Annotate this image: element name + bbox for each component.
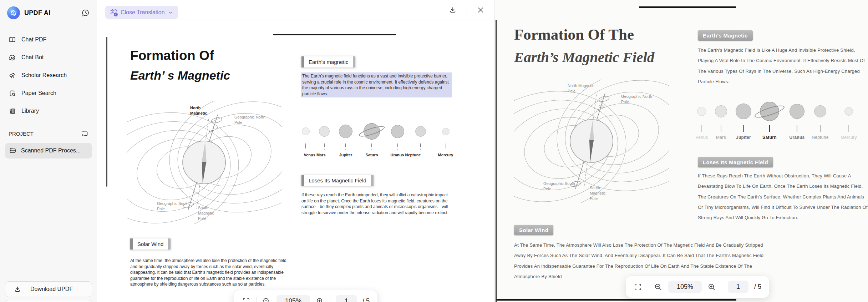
fit-page-button[interactable]: [634, 283, 642, 291]
fit-page-button[interactable]: [242, 297, 250, 302]
page-scroll-indicator[interactable]: [106, 37, 107, 187]
tick: [769, 125, 770, 132]
project-label: PROJECT: [9, 131, 34, 137]
download-translation-button[interactable]: [448, 5, 457, 15]
zoom-in-button[interactable]: [316, 297, 324, 302]
planet-label: Uranus: [789, 135, 804, 140]
tick: [345, 144, 346, 147]
tick: [397, 144, 398, 147]
updf-app-window: UPDF AI Chat PDF: [0, 0, 868, 302]
planet-label: Mercury: [841, 135, 857, 140]
zoom-in-icon: [707, 283, 716, 291]
tag-bar: [301, 56, 304, 67]
close-panel-button[interactable]: [476, 6, 485, 14]
planet-neptune: [415, 126, 426, 137]
planet-mercury: [442, 128, 450, 135]
tick: [721, 125, 721, 132]
paragraph-solar-wind: At the same time, the atmosphere will al…: [130, 258, 293, 287]
planet-saturn: [760, 102, 779, 121]
zoom-in-button[interactable]: [707, 283, 716, 291]
geographic-south-pole-label: Geographic South Pole: [543, 181, 575, 192]
scan-edge-artifact: [497, 299, 736, 301]
close-translation-button[interactable]: 文✓ Close Translation: [105, 6, 178, 19]
sidebar-item-label: Paper Search: [21, 90, 56, 96]
toolbar-divider: [648, 283, 648, 291]
north-magnetic-pole-label: North Magnetic Pole: [568, 83, 601, 94]
topbar-actions: [448, 0, 494, 20]
secondary-button-partial: [5, 300, 92, 302]
planet-label: Mercury: [438, 153, 453, 157]
project-item-scanned-pdf[interactable]: Scanned PDF Proces...: [5, 143, 92, 158]
magnetic-field-diagram: North Magnetic Pole Geographic North Pol…: [514, 80, 669, 203]
app-title: UPDF AI: [24, 9, 50, 17]
chevron-down-icon: [168, 10, 173, 15]
geographic-north-pole-label: Geographic North Pole: [621, 94, 653, 105]
paper-search-icon: [9, 90, 16, 97]
section-tag-earths-magnetic: Earth's Magnetic: [698, 30, 753, 41]
planet-label: Venus Mars: [304, 153, 325, 157]
planet-uranus: [790, 104, 804, 119]
planet-jupiter: [339, 125, 352, 138]
page-number-input[interactable]: 1: [336, 295, 357, 302]
tag-bar: [130, 238, 133, 250]
tick: [701, 125, 702, 132]
paragraph-earths-magnetic: The Earth's magnetic field functions as …: [301, 72, 452, 97]
tick: [324, 149, 325, 150]
planet-label: Jupiter: [736, 135, 751, 140]
tag-text: Loses Its Magnetic Field: [304, 175, 371, 186]
doc-title-line1: Formation Of: [130, 48, 214, 63]
zoom-out-button[interactable]: [654, 283, 663, 291]
section-tag-loses-field: Loses Its Magnetic Field: [301, 175, 374, 186]
sidebar-item-library[interactable]: Library: [0, 102, 97, 120]
fit-page-icon: [242, 297, 250, 302]
tag-bar: [168, 238, 171, 250]
planet-mars: [715, 105, 727, 117]
zoom-level[interactable]: 105%: [668, 281, 702, 293]
sidebar-divider: [6, 122, 91, 122]
tick: [797, 125, 797, 132]
tag-bar: [371, 175, 374, 186]
download-updf-button[interactable]: Download UPDF: [5, 281, 92, 297]
planet-label: Jupiter: [339, 153, 352, 157]
doc-title-line1: Formation Of The: [514, 26, 634, 43]
planet-label: Saturn: [762, 135, 777, 140]
axis-angle-label: 1.5: [212, 125, 218, 130]
sidebar-item-paper-search[interactable]: Paper Search: [0, 84, 97, 102]
tick: [420, 144, 421, 147]
zoom-level[interactable]: 105%: [276, 295, 310, 302]
add-project-folder-icon[interactable]: [81, 130, 88, 137]
zoom-out-button[interactable]: [262, 297, 271, 302]
original-document-pane: 文✓ Close Translation: [97, 0, 494, 302]
sidebar: UPDF AI Chat PDF: [0, 0, 97, 302]
download-icon: [14, 286, 21, 293]
download-updf-label: Download UPDF: [30, 286, 73, 292]
close-icon: [477, 6, 484, 14]
chat-pdf-icon: [9, 36, 16, 44]
south-magnetic-pole-label: South Magnetic Pole: [198, 205, 220, 221]
page-number-input[interactable]: 1: [728, 281, 748, 293]
sidebar-item-label: Scholar Research: [21, 72, 67, 79]
planet-jupiter: [736, 104, 751, 119]
sidebar-item-chat-pdf[interactable]: Chat PDF: [0, 31, 97, 49]
planet-mars: [319, 126, 330, 137]
history-icon[interactable]: [81, 9, 90, 17]
folder-icon: [9, 147, 16, 154]
planet-uranus: [391, 125, 404, 138]
sidebar-item-chat-bot[interactable]: Chat Bot: [0, 49, 97, 66]
toolbar-divider: [722, 283, 722, 291]
sidebar-item-scholar-research[interactable]: Scholar Research: [0, 66, 97, 84]
tag-bar: [301, 175, 304, 186]
geographic-north-pole-label: Geographic North Pole: [234, 115, 267, 125]
section-tag-loses-field: Loses Its Magnetic Field: [698, 157, 773, 167]
close-translation-label: Close Translation: [121, 9, 165, 16]
library-icon: [9, 107, 16, 115]
geographic-south-pole-label: Geographic South Pole: [157, 201, 189, 212]
tick: [324, 144, 325, 147]
tick: [371, 144, 372, 147]
chat-bot-icon: [9, 54, 16, 61]
tag-text: Solar Wind: [133, 238, 168, 250]
tick: [820, 125, 821, 132]
paragraph-earths-magnetic: The Earth's Magnetic Field Is Like A Hug…: [698, 45, 868, 87]
telescope-icon: [9, 72, 16, 79]
north-magnetic-pole-label: North Magnetic: [190, 105, 212, 116]
